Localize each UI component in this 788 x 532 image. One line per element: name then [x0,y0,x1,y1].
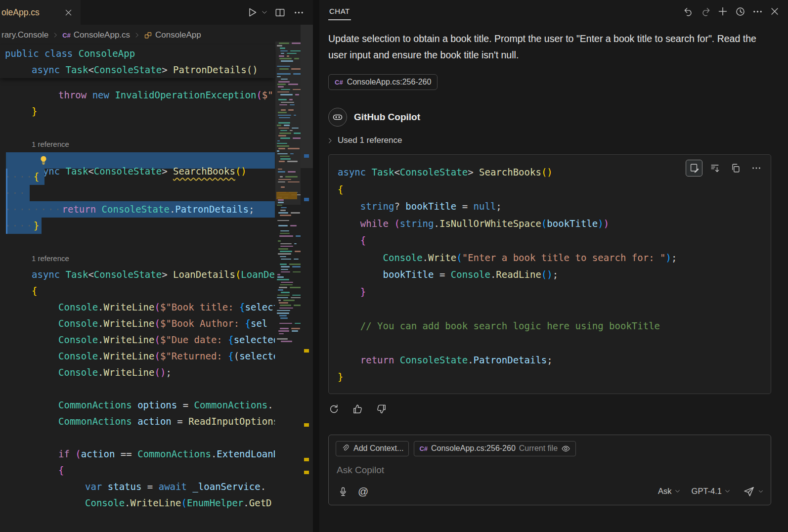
code-line: Console.WriteLine(EnumHelper.GetD [0,495,275,511]
used-references-toggle[interactable]: Used 1 reference [326,135,788,145]
breadcrumb: rary.Console C# ConsoleApp.cs ConsoleApp [0,25,275,45]
code-line: CommonActions options = CommonActions. [0,397,275,413]
code-line: string? bookTitle = null; [338,198,762,215]
overview-ruler[interactable] [301,25,313,532]
redo-icon[interactable] [698,4,713,19]
eye-icon[interactable] [561,444,570,453]
code-line: var status = await _loanService. [0,479,275,495]
code-line: { [338,181,762,198]
regenerate-icon[interactable] [326,402,341,417]
code-line: Console.WriteLine($"Returned: {(selected [0,348,275,364]
current-file-chip[interactable]: C# ConsoleApp.cs:256-260 Current file [414,441,576,456]
undo-icon[interactable] [681,4,696,19]
code-line: Console.WriteLine($"Due date: {selectedL [0,332,275,348]
code-line [0,381,275,397]
mic-icon[interactable] [336,484,350,499]
vscode-window: { "editor": { "tab_label": "oleApp.cs", … [0,0,788,532]
insert-at-cursor-button[interactable] [706,160,723,177]
tab-consoleapp[interactable]: oleApp.cs [0,0,81,25]
code-line: bookTitle = Console.ReadLine(); [338,266,762,283]
breadcrumb-project[interactable]: rary.Console [1,30,48,40]
code-line [0,234,275,250]
code-line: Console.WriteLine($"Book title: {selecte… [0,299,275,315]
code-line: { [0,462,275,479]
code-line: ··· [0,185,275,201]
chat-input[interactable]: Ask Copilot [337,465,763,476]
chat-header-actions [681,0,782,19]
code-line [0,120,275,136]
code-line [0,430,275,446]
chat-history-icon[interactable] [733,4,747,19]
code-line: // You can add book search logic here us… [338,317,762,335]
csharp-file-icon: C# [62,32,71,39]
assistant-header: GitHub Copilot [328,108,788,127]
editor-pane: oleApp.cs rary.Console C# ConsoleApp.cs [0,0,313,532]
code-block-more-icon[interactable] [748,160,765,177]
code-line: throw new InvalidOperationException($" [0,87,275,103]
breadcrumb-file[interactable]: C# ConsoleApp.cs [62,30,130,40]
input-footer: @ Ask GPT-4.1 [336,484,764,499]
tab-label: oleApp.cs [1,7,40,18]
code-line: return ConsoleState.PatronDetails; [338,352,762,369]
paperclip-icon [341,444,350,453]
thumbs-down-icon[interactable] [374,402,389,417]
code-line: { [338,232,762,249]
close-chat-icon[interactable] [767,4,782,19]
input-chips-row: Add Context... C# ConsoleApp.cs:256-260 … [336,441,764,456]
code-line: async Task<ConsoleState> LoanDetails(Loa… [0,266,275,283]
copilot-lightbulb-icon[interactable] [38,155,275,166]
chevron-down-icon [724,488,731,494]
code-line [338,334,762,352]
scrollbar-slider[interactable] [301,25,313,168]
code-editor[interactable]: throw new InvalidOperationException($"}1… [0,78,275,532]
split-editor-icon[interactable] [272,5,287,20]
csharp-file-icon: C# [419,445,428,452]
model-dropdown[interactable]: GPT-4.1 [692,487,731,496]
new-chat-icon[interactable] [715,4,730,19]
chat-input-box[interactable]: Add Context... C# ConsoleApp.cs:256-260 … [328,435,771,505]
user-message: Update selection to obtain a book title.… [328,31,757,63]
send-dropdown-icon[interactable] [758,488,764,494]
copy-button[interactable] [727,160,744,177]
code-line: } [338,283,762,301]
code-line: public class ConsoleApp [0,45,275,62]
apply-in-editor-button[interactable] [686,160,702,177]
run-button[interactable] [245,5,260,20]
breadcrumb-symbol[interactable]: ConsoleApp [144,30,201,40]
class-symbol-icon [144,31,152,40]
context-reference-chip[interactable]: C# ConsoleApp.cs:256-260 [328,74,438,90]
minimap[interactable] [275,25,301,532]
selection-gutter-bar [6,169,7,234]
thumbs-up-icon[interactable] [350,402,365,417]
run-dropdown-icon[interactable] [261,5,268,20]
tab-chat[interactable]: CHAT [328,0,351,20]
code-line: Console.WriteLine(); [0,364,275,381]
copilot-chat-pane: CHAT Update selection to obtain a book t… [319,0,788,532]
code-line: } [0,103,275,120]
code-line: Console.Write("Enter a book title to sea… [338,249,762,266]
editor-actions [245,5,306,20]
send-button[interactable] [742,484,756,499]
code-line: async Task<ConsoleState> PatronDetails() [0,62,275,78]
editor-more-actions-icon[interactable] [291,5,306,20]
sticky-scroll[interactable]: public class ConsoleAppasync Task<Consol… [0,45,275,78]
code-suggestion-block: async Task<ConsoleState> SearchBooks(){ … [328,154,771,394]
code-line: Console.WriteLine($"Book Author: {sel [0,315,275,332]
code-line: ····{ [0,169,275,185]
copilot-logo-icon [332,111,344,123]
copilot-avatar [328,108,347,127]
chat-more-actions-icon[interactable] [750,4,765,19]
chevron-right-icon [52,32,59,39]
add-context-button[interactable]: Add Context... [336,441,409,456]
code-line: while (string.IsNullOrWhiteSpace(bookTit… [338,215,762,232]
csharp-file-icon: C# [335,79,343,86]
codelens-link[interactable]: 1 reference [0,136,275,152]
chevron-right-icon [326,137,334,144]
mode-dropdown[interactable]: Ask [658,487,681,496]
tab-close-icon[interactable] [61,5,76,20]
code-line: CommonActions action = ReadInputOptions( [0,413,275,430]
code-line: async Task<ConsoleState> SearchBooks() [0,152,275,169]
codelens-link[interactable]: 1 reference [0,250,275,266]
code-line: ····} [0,218,275,234]
mention-icon[interactable]: @ [358,486,368,496]
